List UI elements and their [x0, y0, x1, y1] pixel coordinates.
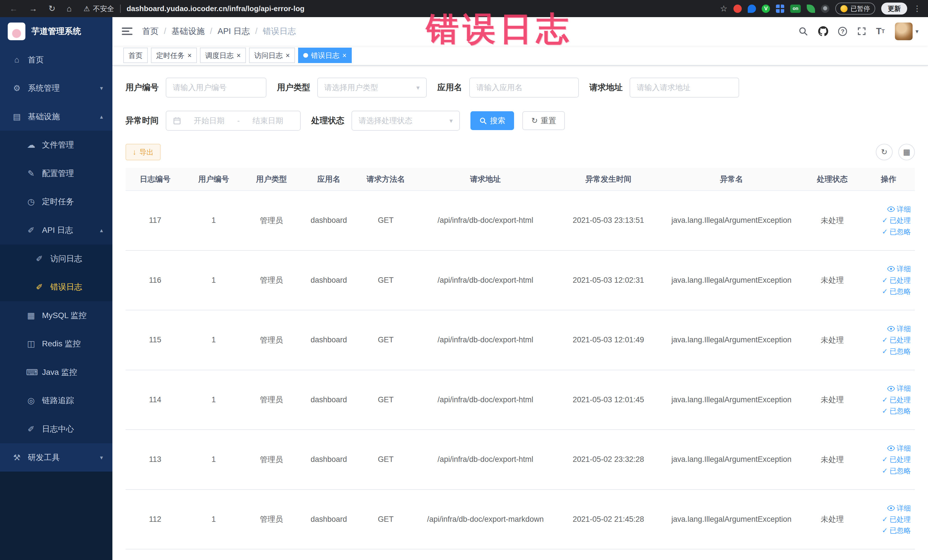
breadcrumb-item[interactable]: 错误日志 — [250, 26, 296, 37]
sidebar-item[interactable]: API 日志 — [0, 216, 112, 244]
sidebar-item[interactable]: 日志中心 — [0, 415, 112, 443]
font-size-icon[interactable]: TT — [876, 27, 885, 36]
ignored-link[interactable]: ✓ 已忽略 — [882, 467, 911, 475]
avatar[interactable] — [895, 23, 913, 40]
processed-link[interactable]: ✓ 已处理 — [882, 217, 911, 224]
search-icon[interactable] — [798, 26, 808, 36]
end-date-placeholder[interactable]: 结束日期 — [242, 116, 293, 126]
tab-close-icon[interactable]: × — [237, 52, 241, 59]
tab[interactable]: 错误日志 × — [298, 48, 352, 63]
log-id-cell: 113 — [125, 430, 185, 490]
detail-link[interactable]: 详细 — [887, 206, 911, 213]
back-icon[interactable]: ← — [9, 5, 18, 13]
ignored-link[interactable]: ✓ 已忽略 — [882, 228, 911, 235]
detail-link[interactable]: 详细 — [887, 385, 911, 392]
detail-link[interactable]: 详细 — [887, 445, 911, 452]
sidebar-logo[interactable]: 芋道管理系统 — [0, 17, 112, 46]
tab-close-icon[interactable]: × — [188, 52, 192, 59]
sidebar-item[interactable]: 访问日志 — [0, 244, 112, 273]
sidebar-item-icon — [26, 368, 36, 377]
sidebar-item[interactable]: 基础设施 — [0, 102, 112, 131]
sidebar-item[interactable]: 文件管理 — [0, 131, 112, 159]
extension-icon-on[interactable]: on — [790, 5, 801, 13]
breadcrumb-item[interactable]: 首页 — [142, 26, 159, 37]
processed-link[interactable]: ✓ 已处理 — [882, 336, 911, 343]
tab-close-icon[interactable]: × — [342, 52, 346, 59]
sidebar-item[interactable]: 定时任务 — [0, 188, 112, 216]
sidebar-item-label: 首页 — [27, 55, 44, 65]
processed-link[interactable]: ✓ 已处理 — [882, 456, 911, 463]
sidebar-item[interactable]: Java 监控 — [0, 358, 112, 386]
ignored-link[interactable]: ✓ 已忽略 — [882, 527, 911, 534]
processed-link[interactable]: ✓ 已处理 — [882, 396, 911, 403]
tab-close-icon[interactable]: × — [285, 52, 290, 59]
request-url-cell: /api/infra/db-doc/export-html — [414, 310, 557, 370]
detail-link[interactable]: 详细 — [887, 325, 911, 333]
security-indicator[interactable]: ⚠ 不安全 — [84, 4, 114, 14]
extension-icon-red[interactable] — [733, 5, 742, 13]
search-button[interactable]: 搜索 — [470, 111, 514, 130]
check-icon: ✓ — [882, 516, 888, 523]
extension-icon-grid[interactable] — [776, 5, 784, 13]
url-text[interactable]: dashboard.yudao.iocoder.cn/infra/log/api… — [127, 5, 305, 13]
forward-icon[interactable]: → — [29, 5, 37, 13]
processed-link[interactable]: ✓ 已处理 — [882, 277, 911, 284]
paused-extension-badge[interactable]: 已暂停 — [835, 3, 876, 14]
extension-icon-vue[interactable]: V — [762, 5, 770, 13]
detail-link[interactable]: 详细 — [887, 265, 911, 272]
extension-icon-dark[interactable] — [821, 5, 829, 13]
tab[interactable]: 访问日志 × — [249, 48, 295, 63]
detail-link[interactable]: 详细 — [887, 505, 911, 512]
sidebar-item[interactable]: 研发工具 — [0, 443, 112, 472]
table-header-cell: 应用名 — [301, 168, 357, 191]
user-type-select[interactable]: 请选择用户类型 ▾ — [317, 78, 427, 98]
github-icon[interactable] — [818, 26, 828, 36]
column-settings-button[interactable]: ▦ — [898, 144, 915, 160]
update-button[interactable]: 更新 — [881, 3, 907, 14]
breadcrumb-item[interactable]: 基础设施 — [159, 26, 205, 37]
search-icon — [479, 117, 487, 125]
refresh-table-button[interactable]: ↻ — [876, 144, 892, 160]
tab[interactable]: 首页 — [123, 48, 148, 63]
address-bar[interactable]: ⚠ 不安全 dashboard.yudao.iocoder.cn/infra/l… — [84, 4, 720, 14]
sidebar-item[interactable]: 首页 — [0, 46, 112, 74]
processed-link[interactable]: ✓ 已处理 — [882, 516, 911, 523]
app-name-input[interactable] — [476, 83, 572, 92]
process-status-select[interactable]: 请选择处理状态 ▾ — [351, 111, 460, 131]
sidebar-item[interactable]: 系统管理 — [0, 74, 112, 102]
fullscreen-icon[interactable] — [857, 27, 866, 36]
app-name-label: 应用名 — [437, 82, 462, 93]
help-icon[interactable]: ? — [838, 27, 847, 36]
user-type-cell: 管理员 — [243, 490, 300, 549]
ignored-link[interactable]: ✓ 已忽略 — [882, 348, 911, 355]
ignored-link[interactable]: ✓ 已忽略 — [882, 407, 911, 415]
sidebar-item[interactable]: 配置管理 — [0, 159, 112, 188]
browser-home-icon[interactable]: ⌂ — [67, 5, 72, 13]
tab[interactable]: 调度日志 × — [200, 48, 246, 63]
table-header-cell: 处理状态 — [803, 168, 862, 191]
sidebar-item[interactable]: 错误日志 — [0, 273, 112, 301]
user-id-input[interactable] — [173, 83, 259, 92]
breadcrumb-item[interactable]: API 日志 — [205, 26, 250, 37]
status-cell: 未处理 — [803, 310, 862, 370]
exception-time-range-picker[interactable]: 开始日期 - 结束日期 — [166, 111, 301, 131]
extension-icon-leaf[interactable] — [807, 5, 815, 13]
tab[interactable]: 定时任务 × — [151, 48, 197, 63]
user-type-cell: 管理员 — [243, 430, 300, 490]
hamburger-icon[interactable] — [122, 27, 132, 36]
request-url-input[interactable] — [637, 83, 732, 92]
export-button[interactable]: ↓ 导出 — [125, 144, 160, 160]
ignored-link[interactable]: ✓ 已忽略 — [882, 288, 911, 295]
sidebar-item[interactable]: MySQL 监控 — [0, 301, 112, 330]
app-name-cell: dashboard — [301, 310, 357, 370]
reset-button[interactable]: ↻ 重置 — [522, 111, 565, 130]
bookmark-star-icon[interactable]: ☆ — [720, 5, 728, 13]
start-date-placeholder[interactable]: 开始日期 — [183, 116, 235, 126]
reload-icon[interactable]: ↻ — [49, 5, 55, 13]
sidebar-item-label: 研发工具 — [27, 452, 60, 463]
sidebar-item[interactable]: Redis 监控 — [0, 330, 112, 358]
extension-icon-drop[interactable] — [748, 5, 756, 13]
sidebar-item[interactable]: 链路追踪 — [0, 386, 112, 415]
menu-kebab-icon[interactable]: ⋮ — [913, 5, 921, 12]
user-menu[interactable]: ▾ — [895, 23, 919, 40]
